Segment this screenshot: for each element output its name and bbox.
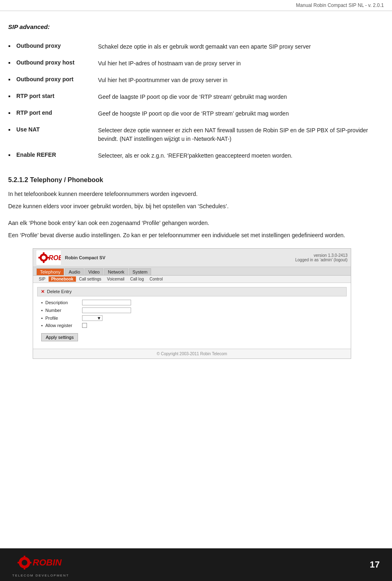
setting-description: Geef de hoogste IP poort op die voor de …: [98, 105, 376, 122]
settings-row: Enable REFER Selecteer, als er ook z.g.n…: [8, 147, 376, 164]
robin-logo-area: ROBIN Robin Compact SV: [36, 250, 105, 265]
footer-logo-area: ROBIN TELECOM DEVELOPMENT: [12, 552, 69, 577]
setting-description: Vul hier het IP-adres of hostnaam van de…: [98, 55, 376, 72]
page-header: Manual Robin Compact SIP NL - v. 2.0.1: [0, 0, 392, 11]
logo-subtitle: Robin Compact SV: [65, 255, 105, 260]
form-fields: Description Number Profile ▼ Allow regis…: [37, 300, 347, 328]
setting-label: Enable REFER: [8, 147, 98, 164]
sub-tab-call-settings[interactable]: Call settings: [77, 276, 104, 282]
svg-rect-3: [43, 252, 45, 254]
setting-label: Outbound proxy port: [8, 72, 98, 89]
body-paragraph: Een ‘Profile’ bevat diverse audio instel…: [8, 231, 376, 240]
settings-row: Use NAT Selecteer deze optie wanneer er …: [8, 122, 376, 147]
svg-rect-4: [43, 261, 45, 263]
setting-description: Selecteer deze optie wanneer er zich een…: [98, 122, 376, 147]
setting-description: Schakel deze optie in als er gebruik wor…: [98, 38, 376, 55]
form-row: Allow register: [37, 323, 347, 328]
screenshot-body: ✕ Delete Entry Description Number Profil…: [33, 283, 351, 349]
form-label: Description: [41, 300, 82, 305]
svg-rect-12: [18, 562, 20, 563]
setting-label: Outbound proxy host: [8, 55, 98, 72]
footer-logo-svg: ROBIN: [16, 552, 65, 573]
nav-tab-system[interactable]: System: [129, 268, 151, 275]
svg-rect-10: [24, 556, 25, 558]
section-title: SIP advanced:: [8, 23, 376, 30]
sub-tab-phonebook[interactable]: Phonebook: [49, 276, 76, 282]
form-checkbox-allow register[interactable]: [82, 323, 87, 328]
page-footer: ROBIN TELECOM DEVELOPMENT 17: [0, 548, 392, 581]
nav-tab-audio[interactable]: Audio: [65, 268, 84, 275]
setting-description: Selecteer, als er ook z.g.n. ‘REFER’pakk…: [98, 147, 376, 164]
body-paragraph: Deze kunnen elders voor invoer gebruikt …: [8, 202, 376, 211]
nav-tab-telephony[interactable]: Telephony: [36, 268, 64, 275]
form-input-number[interactable]: [82, 307, 131, 313]
form-row: Description: [37, 300, 347, 305]
form-select-profile[interactable]: ▼: [82, 315, 102, 321]
screenshot-mockup: ROBIN Robin Compact SV version 1.3.0-241…: [33, 248, 351, 359]
main-content: SIP advanced: Outbound proxy Schakel dez…: [0, 11, 392, 379]
svg-point-9: [22, 560, 27, 565]
svg-point-2: [42, 256, 46, 260]
footer-logo-sub: TELECOM DEVELOPMENT: [12, 574, 69, 577]
settings-table: Outbound proxy Schakel deze optie in als…: [8, 38, 376, 164]
svg-rect-11: [24, 567, 25, 570]
delete-entry-label: Delete Entry: [47, 289, 72, 294]
form-label: Allow register: [41, 323, 82, 328]
nav-tabs[interactable]: TelephonyAudioVideoNetworkSystem: [33, 267, 351, 276]
sub-tab-voicemail[interactable]: Voicemail: [105, 276, 127, 282]
form-label: Profile: [41, 316, 82, 321]
screenshot-footer: © Copyright 2003-2011 Robin Telecom: [33, 349, 351, 358]
setting-label: Outbound proxy: [8, 38, 98, 55]
delete-icon: ✕: [41, 289, 45, 294]
form-label: Number: [41, 308, 82, 313]
delete-entry-bar: ✕ Delete Entry: [37, 287, 347, 296]
logged-in-text: version 1.3.0-2413 Logged in as ‘admin’ …: [295, 253, 347, 262]
svg-text:ROBIN: ROBIN: [49, 254, 61, 261]
page-number: 17: [370, 559, 380, 570]
svg-rect-13: [29, 562, 31, 563]
form-row: Number: [37, 307, 347, 313]
setting-label: RTP port start: [8, 89, 98, 105]
setting-description: Vul hier het IP-poortnummer van de proxy…: [98, 72, 376, 89]
sub-tabs[interactable]: SIPPhonebookCall settingsVoicemailCall l…: [33, 276, 351, 283]
svg-text:ROBIN: ROBIN: [33, 557, 62, 568]
robin-logo-svg: ROBIN: [36, 250, 61, 265]
form-input-description[interactable]: [82, 300, 131, 305]
svg-rect-5: [38, 257, 40, 258]
settings-row: Outbound proxy Schakel deze optie in als…: [8, 38, 376, 55]
setting-label: RTP port end: [8, 105, 98, 122]
setting-description: Geef de laagste IP poort op die voor de …: [98, 89, 376, 105]
form-row: Profile ▼: [37, 315, 347, 321]
body-paragraph: Aan elk ‘Phone book entry’ kan ook een z…: [8, 218, 376, 227]
nav-tab-video[interactable]: Video: [85, 268, 103, 275]
apply-button[interactable]: Apply settings: [37, 330, 347, 345]
subsection-title: 5.2.1.2 Telephony / Phonebook: [8, 176, 376, 184]
settings-row: RTP port start Geef de laagste IP poort …: [8, 89, 376, 105]
setting-label: Use NAT: [8, 122, 98, 147]
settings-row: Outbound proxy host Vul hier het IP-adre…: [8, 55, 376, 72]
sub-tab-sip[interactable]: SIP: [36, 276, 48, 282]
body-paragraph: In het telefoonboek kunnen meerdere tele…: [8, 189, 376, 198]
settings-row: RTP port end Geef de hoogste IP poort op…: [8, 105, 376, 122]
sub-tab-call-log[interactable]: Call log: [128, 276, 146, 282]
screenshot-topbar: ROBIN Robin Compact SV version 1.3.0-241…: [33, 249, 351, 267]
document-title: Manual Robin Compact SIP NL - v. 2.0.1: [296, 2, 384, 8]
sub-tab-control[interactable]: Control: [147, 276, 165, 282]
settings-row: Outbound proxy port Vul hier het IP-poor…: [8, 72, 376, 89]
nav-tab-network[interactable]: Network: [104, 268, 128, 275]
apply-settings-button[interactable]: Apply settings: [41, 333, 78, 341]
body-paragraphs: In het telefoonboek kunnen meerdere tele…: [8, 189, 376, 240]
